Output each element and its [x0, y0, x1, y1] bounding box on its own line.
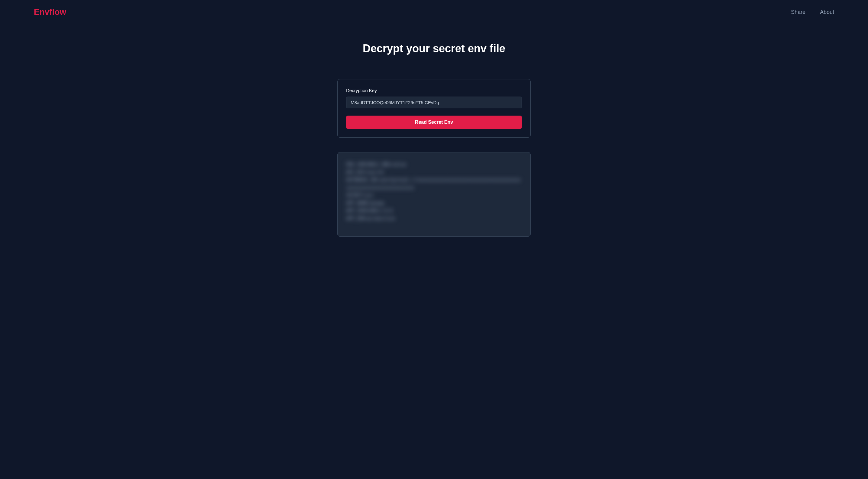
header: Envflow Share About [0, 0, 868, 24]
page-title: Decrypt your secret env file [363, 42, 505, 55]
main-content: Decrypt your secret env file Decryption … [0, 24, 868, 236]
decryption-key-label: Decryption Key [346, 88, 522, 93]
decryption-key-input[interactable] [346, 97, 522, 108]
logo[interactable]: Envflow [34, 7, 66, 17]
read-secret-button[interactable]: Read Secret Env [346, 116, 522, 129]
nav: Share About [791, 9, 834, 15]
nav-link-share[interactable]: Share [791, 9, 805, 15]
result-card: ENV_VARIABLE_ONE=value API_KEY=secret DA… [337, 152, 531, 236]
blurred-env-content: ENV_VARIABLE_ONE=value API_KEY=secret DA… [346, 161, 522, 222]
decrypt-form-card: Decryption Key Read Secret Env [337, 79, 531, 138]
nav-link-about[interactable]: About [820, 9, 834, 15]
